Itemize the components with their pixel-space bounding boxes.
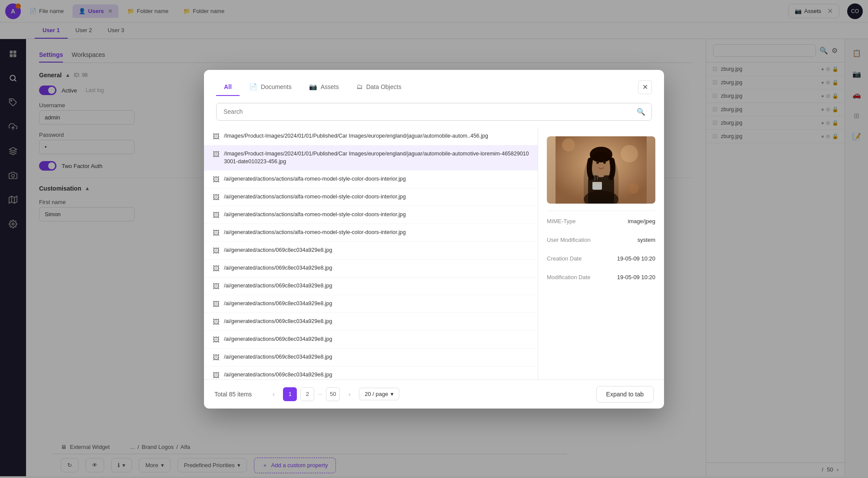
creation-date-row: Creation Date 19-05-09 10:20	[547, 255, 655, 262]
asset-picker-modal: All 📄 Documents 📷 Assets 🗂 Data Objects	[204, 70, 664, 409]
file-item-13[interactable]: 🖼 /ai/generated/actions/069c8ec034a929e8…	[204, 366, 538, 379]
modal-header: All 📄 Documents 📷 Assets 🗂 Data Objects	[204, 70, 664, 96]
search-button[interactable]: 🔍	[631, 103, 651, 120]
modal-tab-documents[interactable]: 📄 Documents	[241, 79, 299, 96]
mime-type-row: MIME-Type image/jpeg	[547, 218, 655, 224]
modal-close-button[interactable]: ✕	[638, 80, 652, 94]
svg-point-22	[590, 147, 612, 162]
file-item-4[interactable]: 🖼 /ai/generated/actions/actions/alfa-rom…	[204, 206, 538, 224]
next-page-button[interactable]: ›	[343, 388, 355, 400]
modal-tab-data-objects[interactable]: 🗂 Data Objects	[349, 79, 409, 96]
expand-to-tab-button[interactable]: Expand to tab	[596, 386, 654, 402]
modal-tab-assets[interactable]: 📷 Assets	[301, 79, 347, 96]
file-thumb-icon: 🖼	[213, 176, 220, 184]
file-thumb-icon: 🖼	[213, 247, 220, 255]
file-item-3[interactable]: 🖼 /ai/generated/actions/actions/alfa-rom…	[204, 188, 538, 206]
page-2-button[interactable]: 2	[300, 387, 314, 401]
modal-footer: Total 85 items ‹ 1 2 ··· 50 › 20 /	[204, 379, 664, 409]
file-thumb-icon: 🖼	[213, 194, 220, 201]
svg-rect-25	[592, 182, 602, 190]
svg-rect-20	[598, 168, 604, 177]
file-item-9[interactable]: 🖼 /ai/generated/actions/069c8ec034a929e8…	[204, 295, 538, 313]
file-thumb-icon: 🖼	[213, 211, 220, 219]
file-thumb-icon: 🖼	[213, 372, 220, 379]
page-50-button[interactable]: 50	[326, 387, 340, 401]
document-icon: 📄	[249, 83, 257, 91]
total-items-label: Total 85 items	[214, 391, 252, 398]
file-thumb-icon: 🖼	[213, 354, 220, 362]
file-thumb-icon: 🖼	[213, 265, 220, 273]
per-page-select[interactable]: 20 / page ▾	[359, 388, 399, 400]
chevron-down-icon-page: ▾	[391, 391, 394, 397]
file-thumb-icon: 🖼	[213, 151, 220, 158]
svg-point-23	[596, 161, 599, 164]
page-ellipsis: ···	[318, 391, 322, 397]
prev-page-button[interactable]: ‹	[267, 388, 279, 400]
svg-point-18	[584, 191, 618, 204]
file-item-2[interactable]: 🖼 /ai/generated/actions/actions/alfa-rom…	[204, 171, 538, 188]
file-item-6[interactable]: 🖼 /ai/generated/actions/069c8ec034a929e8…	[204, 242, 538, 260]
svg-rect-19	[588, 175, 614, 204]
file-thumb-icon: 🖼	[213, 283, 220, 290]
file-item-12[interactable]: 🖼 /ai/generated/actions/069c8ec034a929e8…	[204, 349, 538, 366]
modal-tabs: All 📄 Documents 📷 Assets 🗂 Data Objects	[216, 79, 638, 96]
data-objects-icon: 🗂	[356, 83, 363, 90]
file-item-5[interactable]: 🖼 /ai/generated/actions/actions/alfa-rom…	[204, 224, 538, 242]
file-item-7[interactable]: 🖼 /ai/generated/actions/069c8ec034a929e8…	[204, 260, 538, 277]
modal-search-area: 🔍	[204, 96, 664, 128]
svg-point-15	[562, 138, 575, 152]
file-thumb-icon: 🖼	[213, 229, 220, 237]
file-list: 🖼 /Images/Product-Images/2024/01/01/Publ…	[204, 128, 538, 379]
file-thumb-icon: 🖼	[213, 300, 220, 308]
file-item-1[interactable]: 🖼 /Images/Product-Images/2024/01/01/Publ…	[204, 145, 538, 171]
file-thumb-icon: 🖼	[213, 133, 220, 141]
svg-point-17	[628, 183, 639, 194]
preview-svg	[547, 136, 655, 204]
svg-point-21	[591, 150, 612, 175]
pagination: ‹ 1 2 ··· 50 › 20 / page ▾	[267, 387, 589, 401]
assets-tab-icon: 📷	[309, 83, 317, 91]
svg-point-24	[603, 161, 606, 164]
file-item-10[interactable]: 🖼 /ai/generated/actions/069c8ec034a929e8…	[204, 313, 538, 331]
file-item-11[interactable]: 🖼 /ai/generated/actions/069c8ec034a929e8…	[204, 331, 538, 349]
file-item-0[interactable]: 🖼 /Images/Product-Images/2024/01/01/Publ…	[204, 128, 538, 145]
file-detail-panel: MIME-Type image/jpeg User Modification s…	[538, 128, 664, 379]
modal-tab-all[interactable]: All	[216, 79, 240, 96]
modification-date-row: Modification Date 19-05-09 10:20	[547, 274, 655, 280]
file-item-8[interactable]: 🖼 /ai/generated/actions/069c8ec034a929e8…	[204, 277, 538, 295]
file-thumb-icon: 🖼	[213, 336, 220, 344]
svg-point-16	[621, 145, 638, 162]
detail-divider	[547, 211, 655, 211]
user-modification-row: User Modification system	[547, 237, 655, 243]
modal-overlay[interactable]: All 📄 Documents 📷 Assets 🗂 Data Objects	[0, 0, 868, 478]
search-input[interactable]	[217, 104, 631, 119]
modal-body: 🖼 /Images/Product-Images/2024/01/01/Publ…	[204, 128, 664, 379]
app-background: A 📄 File name 👤 Users ✕ 📁 Folder name 📁 …	[0, 0, 868, 478]
page-1-button[interactable]: 1	[283, 387, 297, 401]
svg-rect-26	[592, 182, 602, 184]
file-preview	[547, 136, 655, 204]
file-thumb-icon: 🖼	[213, 318, 220, 326]
search-wrap: 🔍	[216, 103, 652, 121]
